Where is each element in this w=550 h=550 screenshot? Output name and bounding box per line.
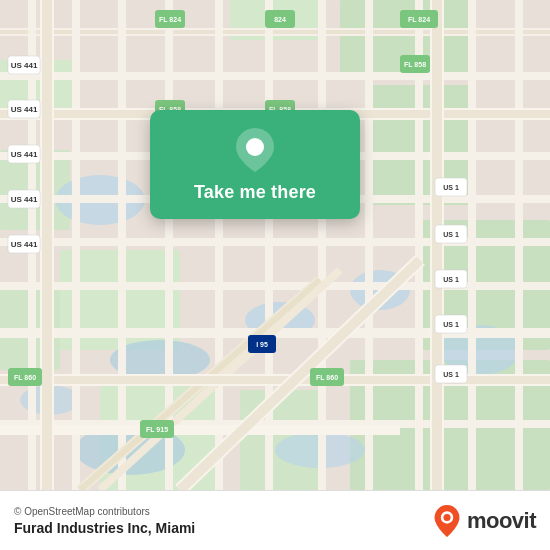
svg-text:US 441: US 441 [11, 195, 38, 204]
svg-text:US 441: US 441 [11, 105, 38, 114]
moovit-logo: moovit [433, 505, 536, 537]
svg-text:FL 915: FL 915 [146, 426, 168, 433]
svg-rect-21 [0, 30, 550, 34]
svg-rect-53 [432, 0, 442, 490]
svg-text:US 441: US 441 [11, 150, 38, 159]
svg-text:FL 824: FL 824 [159, 16, 181, 23]
location-pin-icon [233, 128, 277, 172]
svg-rect-26 [0, 238, 550, 246]
attribution: © OpenStreetMap contributors [14, 506, 195, 517]
bottom-left: © OpenStreetMap contributors Furad Indus… [14, 506, 195, 536]
svg-text:824: 824 [274, 16, 286, 23]
svg-text:I 95: I 95 [256, 341, 268, 348]
svg-text:FL 860: FL 860 [316, 374, 338, 381]
business-name: Furad Industries Inc, Miami [14, 520, 195, 536]
svg-rect-49 [0, 425, 400, 435]
moovit-brand-text: moovit [467, 508, 536, 534]
svg-rect-35 [215, 0, 223, 490]
map-svg: US 441 US 441 US 441 US 441 US 441 FL 82… [0, 0, 550, 490]
bottom-bar: © OpenStreetMap contributors Furad Indus… [0, 490, 550, 550]
svg-text:US 1: US 1 [443, 276, 459, 283]
svg-text:FL 858: FL 858 [404, 61, 426, 68]
svg-rect-48 [0, 376, 550, 384]
navigation-popup[interactable]: Take me there [150, 110, 360, 219]
svg-point-96 [246, 138, 264, 156]
svg-rect-27 [0, 282, 550, 290]
svg-rect-51 [42, 0, 52, 490]
svg-rect-41 [515, 0, 523, 490]
moovit-pin-icon [433, 505, 461, 537]
svg-rect-22 [0, 72, 550, 80]
svg-text:US 1: US 1 [443, 371, 459, 378]
svg-text:US 1: US 1 [443, 184, 459, 191]
svg-text:US 1: US 1 [443, 321, 459, 328]
svg-text:FL 824: FL 824 [408, 16, 430, 23]
svg-rect-40 [468, 0, 476, 490]
svg-rect-37 [318, 0, 326, 490]
svg-text:US 441: US 441 [11, 240, 38, 249]
svg-rect-38 [365, 0, 373, 490]
take-me-there-button[interactable]: Take me there [194, 182, 316, 203]
svg-text:FL 860: FL 860 [14, 374, 36, 381]
svg-text:US 441: US 441 [11, 61, 38, 70]
svg-text:US 1: US 1 [443, 231, 459, 238]
svg-rect-39 [415, 0, 423, 490]
svg-rect-33 [118, 0, 126, 490]
svg-point-98 [443, 513, 450, 520]
svg-rect-32 [72, 0, 80, 490]
map-container: US 441 US 441 US 441 US 441 US 441 FL 82… [0, 0, 550, 490]
